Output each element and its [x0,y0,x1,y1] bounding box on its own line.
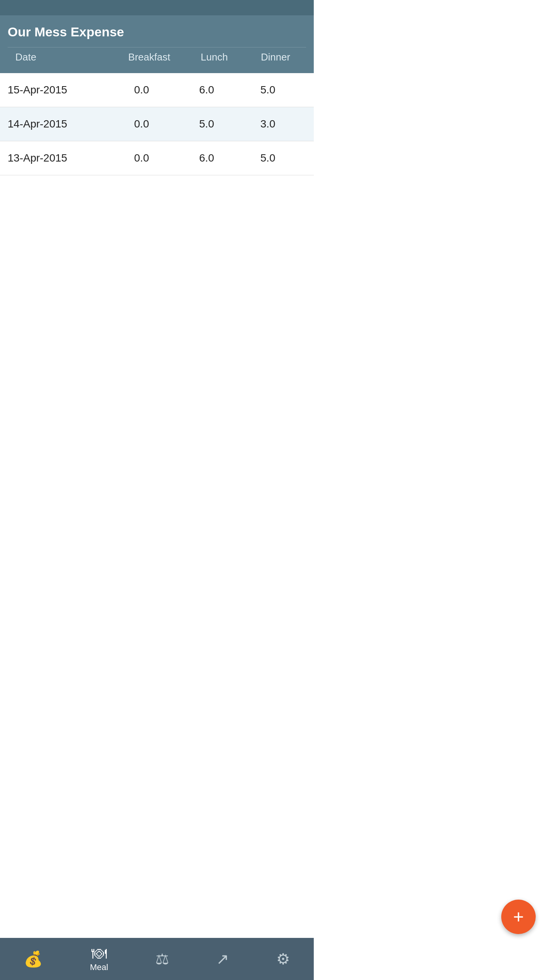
app-title: Our Mess Expense [8,24,306,39]
cell-breakfast: 0.0 [107,118,176,130]
cell-lunch: 6.0 [176,84,237,96]
cell-lunch: 5.0 [176,118,237,130]
table-header: Date Breakfast Lunch Dinner [8,47,306,67]
col-header-date: Date [8,51,115,63]
cell-dinner: 5.0 [237,84,298,96]
status-bar [0,0,314,15]
col-header-dinner: Dinner [245,51,306,63]
cell-breakfast: 0.0 [107,84,176,96]
cell-date: 15-Apr-2015 [0,84,107,96]
table-row[interactable]: 14-Apr-2015 0.0 5.0 3.0 [0,107,314,141]
cell-dinner: 5.0 [237,152,298,164]
col-header-lunch: Lunch [184,51,245,63]
table-body: 15-Apr-2015 0.0 6.0 5.0 14-Apr-2015 0.0 … [0,73,314,175]
cell-date: 14-Apr-2015 [0,118,107,130]
table-row[interactable]: 13-Apr-2015 0.0 6.0 5.0 [0,141,314,175]
cell-date: 13-Apr-2015 [0,152,107,164]
cell-lunch: 6.0 [176,152,237,164]
cell-dinner: 3.0 [237,118,298,130]
table-row[interactable]: 15-Apr-2015 0.0 6.0 5.0 [0,73,314,107]
col-header-breakfast: Breakfast [115,51,184,63]
cell-breakfast: 0.0 [107,152,176,164]
header: Our Mess Expense Date Breakfast Lunch Di… [0,15,314,73]
